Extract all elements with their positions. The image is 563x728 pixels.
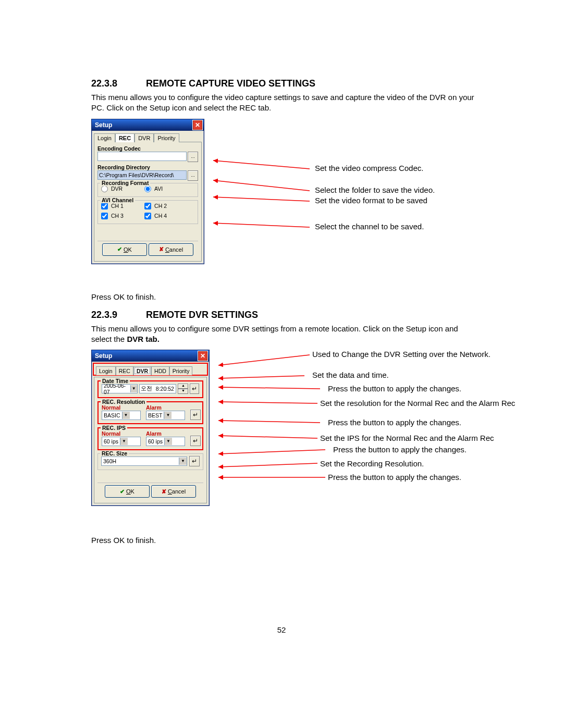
close-icon[interactable]: ✕ [192, 120, 203, 130]
rec-ips-label: REC. IPS [101, 425, 127, 431]
format-avi-radio[interactable]: AVI [144, 186, 186, 192]
ch3-check[interactable]: CH 3 [101, 213, 143, 219]
svg-line-8 [218, 421, 320, 423]
tab-priority[interactable]: Priority [154, 133, 179, 142]
recording-format-label: Recording Format [100, 180, 150, 186]
date-time-label: Date Time [101, 378, 130, 384]
section-heading-1: 22.3.8 REMOTE CAPTURE VIDEO SETTINGS [91, 78, 480, 89]
recording-directory-label: Recording Directory [97, 164, 198, 170]
callout: Used to Change the DVR Setting over the … [312, 350, 491, 359]
format-dvr-radio[interactable]: DVR [101, 186, 143, 192]
apply-datetime-button[interactable]: ↵ [190, 384, 199, 394]
section-number: 22.3.9 [91, 310, 143, 320]
rec-size-group: REC. Size 360H▼ ↵ [97, 453, 203, 470]
svg-line-10 [218, 450, 325, 454]
svg-line-9 [218, 436, 317, 438]
press-ok-1: Press OK to finish. [91, 292, 480, 302]
avi-channel-label: AVI Channel [100, 197, 135, 203]
ok-button[interactable]: ✔OK [102, 243, 147, 256]
res-alarm-select[interactable]: BEST▼ [146, 411, 185, 420]
dialog-title: Setup [95, 352, 112, 360]
browse-directory-button[interactable]: ... [188, 170, 198, 181]
normal-label: Normal [102, 404, 141, 411]
svg-line-11 [218, 463, 317, 467]
section2-para: This menu allows you to configure some D… [91, 324, 480, 345]
ips-alarm-select[interactable]: 60 ips▼ [146, 437, 185, 446]
chevron-down-icon: ▼ [130, 385, 137, 392]
ch2-check[interactable]: CH 2 [144, 203, 186, 209]
tabs: Login REC DVR HDD Priority [93, 363, 208, 376]
chevron-down-icon: ▼ [120, 438, 128, 445]
section-title: REMOTE CAPTURE VIDEO SETTINGS [146, 78, 315, 89]
avi-channel-group: AVI Channel CH 1 CH 2 CH 3 CH 4 [97, 200, 198, 224]
close-icon[interactable]: ✕ [198, 351, 208, 361]
rec-ips-group: REC. IPS Normal 60 ips▼ Alarm 60 ips▼ ↵ [97, 427, 203, 450]
res-normal-select[interactable]: BASIC▼ [102, 411, 141, 420]
press-ok-2: Press OK to finish. [91, 535, 480, 546]
section-title: REMOTE DVR SETTINGS [146, 310, 258, 320]
svg-line-4 [218, 355, 310, 365]
check-icon: ✔ [120, 488, 125, 495]
encoding-codec-input[interactable] [97, 152, 187, 161]
callout: Set the IPS for the Normal Rec and the A… [320, 434, 494, 442]
chevron-down-icon: ▼ [164, 438, 172, 445]
recording-directory-input[interactable]: C:\Program Files\DVR\Record\ [97, 170, 187, 180]
svg-line-2 [213, 197, 310, 201]
spin-up[interactable]: ▲ [178, 384, 188, 389]
spin-down[interactable]: ▼ [178, 389, 188, 394]
callout: Set the resolution for the Normal Rec an… [320, 399, 515, 408]
alarm-label: Alarm [146, 430, 185, 437]
setup-dialog-dvr: Setup ✕ Login REC DVR HDD Priority Date … [91, 350, 210, 506]
rec-size-select[interactable]: 360H▼ [101, 456, 187, 466]
apply-resolution-button[interactable]: ↵ [190, 410, 201, 420]
browse-codec-button[interactable]: ... [188, 152, 198, 162]
page-number: 52 [0, 625, 563, 634]
apply-ips-button[interactable]: ↵ [190, 436, 201, 446]
tab-login[interactable]: Login [96, 366, 116, 375]
check-icon: ✔ [117, 246, 122, 253]
section-number: 22.3.8 [91, 78, 143, 89]
tab-rec[interactable]: REC [115, 133, 134, 142]
tab-priority[interactable]: Priority [169, 366, 193, 375]
ch4-check[interactable]: CH 4 [144, 213, 186, 219]
svg-line-5 [218, 376, 304, 378]
svg-line-7 [218, 402, 317, 403]
setup-dialog-rec: Setup ✕ Login REC DVR Priority Encoding … [91, 119, 204, 264]
tab-rec[interactable]: REC [116, 366, 133, 375]
tab-hdd[interactable]: HDD [151, 366, 169, 375]
ok-button[interactable]: ✔OK [105, 485, 150, 498]
time-input[interactable]: 오전 8:20:52 [139, 384, 177, 393]
tab-dvr[interactable]: DVR [134, 133, 154, 142]
callout: Select the channel to be saved. [315, 222, 424, 231]
x-icon: ✘ [159, 246, 164, 253]
section1-para: This menu allows you to configure the vi… [91, 92, 480, 114]
tab-login[interactable]: Login [94, 133, 115, 142]
chevron-down-icon: ▼ [179, 458, 187, 465]
callout: Press the button to apply the changes. [328, 473, 461, 482]
apply-size-button[interactable]: ↵ [189, 456, 200, 466]
chevron-down-icon: ▼ [164, 412, 172, 419]
date-time-group: Date Time 2005-06-07▼ 오전 8:20:52 ▲ ▼ ↵ [97, 380, 203, 398]
svg-line-3 [213, 223, 310, 227]
ips-normal-select[interactable]: 60 ips▼ [102, 437, 141, 446]
dialog-title: Setup [95, 121, 112, 129]
callout: Set the video format to be saved [315, 196, 427, 205]
cancel-button[interactable]: ✘Cancel [149, 243, 193, 256]
ch1-check[interactable]: CH 1 [101, 203, 143, 209]
cancel-button[interactable]: ✘Cancel [151, 485, 196, 498]
tab-dvr[interactable]: DVR [133, 366, 151, 375]
callout: Select the folder to save the video. [315, 186, 435, 194]
callout: Press the button to apply the changes. [333, 445, 467, 454]
date-input[interactable]: 2005-06-07▼ [102, 384, 138, 393]
callout: Set the Recording Resolution. [320, 459, 424, 468]
encoding-codec-label: Encoding Codec [97, 145, 198, 152]
titlebar: Setup ✕ [92, 350, 209, 362]
svg-line-1 [213, 180, 310, 191]
recording-format-group: Recording Format DVR AVI [97, 183, 198, 197]
rec-size-label: REC. Size [100, 450, 129, 456]
svg-line-6 [218, 387, 320, 389]
callout: Set the video compress Codec. [315, 164, 423, 172]
callout: Press the button to apply the changes. [328, 418, 461, 427]
tabs: Login REC DVR Priority [92, 131, 204, 142]
normal-label: Normal [102, 430, 141, 437]
